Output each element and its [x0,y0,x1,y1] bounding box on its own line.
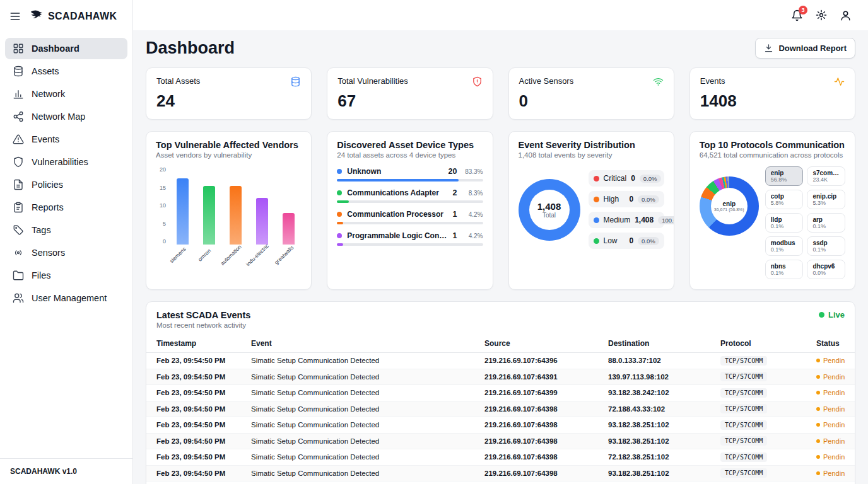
event-name: Simatic Setup Communication Detected [251,470,484,477]
events-table-header: TimestampEventSourceDestinationProtocolS… [146,335,855,353]
sidebar-nav: Dashboard Assets Network Network Map Eve… [0,33,132,458]
event-status: Pending [816,357,845,364]
topbar: 3 [133,0,868,30]
charts-row: Top Vulnerable Affected Vendors Asset ve… [146,131,855,290]
event-protocol-cell: TCP/S7COMM [720,468,816,478]
device-type-name: Unknown [347,167,443,176]
protocol-chip-value: 0.1% [771,270,798,276]
page-title: Dashboard [146,38,235,58]
settings-gear-icon[interactable] [816,9,827,21]
stat-label: Active Sensors [519,76,574,86]
sidebar-item-vulnerabilities[interactable]: Vulnerabilities [5,151,127,173]
event-timestamp: Feb 23, 09:54:50 PM [156,437,251,445]
protocol-badge: TCP/S7COMM [720,452,767,462]
severity-dot-icon [594,197,599,202]
event-name: Simatic Setup Communication Detected [251,453,484,461]
protocol-chip-value: 23.4K [812,176,840,183]
event-protocol-cell: TCP/S7COMM [720,372,816,381]
column-header: Timestamp [156,339,251,348]
signal-icon [13,247,24,258]
event-destination: 93.182.38.251:102 [608,421,720,429]
event-protocol-cell: TCP/S7COMM [720,420,816,430]
protocol-chip-s7comm[interactable]: s7comm… 23.4K [807,166,845,186]
event-source: 219.216.69.107:64398 [484,421,608,429]
protocol-badge: TCP/S7COMM [720,420,767,430]
severity-label: Low [604,236,625,245]
protocol-chip-dhcpv6[interactable]: dhcpv6 0.0% [807,260,845,279]
protocol-chip-cotp[interactable]: cotp 5.8% [765,190,804,209]
sidebar-item-policies[interactable]: Policies [5,174,127,195]
protocol-chip-arp[interactable]: arp 0.1% [807,213,845,233]
sidebar-item-events[interactable]: Events [5,129,127,150]
protocol-badge: TCP/S7COMM [720,404,767,413]
user-profile-icon[interactable] [840,9,852,21]
download-report-button[interactable]: Download Report [755,38,855,59]
table-row[interactable]: Feb 23, 09:54:50 PM Simatic Setup Commun… [146,369,855,386]
device-types-card: Discovered Asset Device Types 24 total a… [327,131,493,290]
table-row[interactable]: Feb 23, 09:54:50 PM Simatic Setup Commun… [146,434,855,450]
device-types-title: Discovered Asset Device Types [337,140,483,150]
device-type-row: Programmable Logic Controller (PLC) 1 4.… [337,231,483,246]
device-type-row: Communications Adapter 2 8.3% [337,188,483,203]
sidebar-item-network[interactable]: Network [5,83,127,105]
table-row[interactable]: Feb 23, 09:54:50 PM Simatic Setup Commun… [146,353,855,369]
sidebar-item-sensors[interactable]: Sensors [5,242,127,263]
bar-category-label: greatwalls [273,245,295,266]
status-dot-icon [816,455,820,459]
table-row[interactable]: Feb 23, 09:54:50 PM Simatic Setup Commun… [146,449,855,466]
event-name: Simatic Setup Communication Detected [251,373,484,381]
notifications-bell-icon[interactable]: 3 [791,9,803,21]
download-report-label: Download Report [778,43,847,53]
event-source: 219.216.69.107:64398 [484,405,608,413]
sidebar-item-network-map[interactable]: Network Map [5,106,127,127]
nodes-icon [13,111,24,122]
protocols-card: Top 10 Protocols Communication 64,521 to… [689,131,855,290]
sidebar-item-tags[interactable]: Tags [5,219,127,241]
severity-legend-item: Critical 0 0.0% [589,170,664,187]
device-type-count: 2 [453,188,457,197]
device-type-percent: 4.2% [462,233,483,239]
device-type-name: Communication Processor [347,210,447,219]
protocol-chip-enip[interactable]: enip 56.8% [765,166,804,186]
protocol-chip-lldp[interactable]: lldp 0.1% [765,213,804,233]
protocol-chip-enipcip[interactable]: enip.cip 5.3% [807,190,845,209]
table-row[interactable]: Feb 23, 09:54:50 PM Simatic Setup Commun… [146,481,855,484]
table-row[interactable]: Feb 23, 09:54:50 PM Simatic Setup Commun… [146,385,855,401]
sidebar-item-files[interactable]: Files [5,265,127,286]
protocol-chip-label: nbns [771,263,798,270]
protocols-center-title: enip [722,200,736,207]
event-name: Simatic Setup Communication Detected [251,405,484,413]
clipboard-icon [13,202,24,213]
events-title: Latest SCADA Events [156,310,250,320]
event-status: Pending [816,389,845,396]
event-source: 219.216.69.107:64398 [484,437,608,445]
status-dot-icon [816,375,820,379]
page-header: Dashboard Download Report [146,38,855,59]
event-timestamp: Feb 23, 09:54:50 PM [156,470,251,477]
menu-toggle-icon[interactable] [9,10,21,23]
protocol-chip-label: cotp [771,193,798,200]
bar-automation: automation [222,166,249,261]
table-row[interactable]: Feb 23, 09:54:50 PM Simatic Setup Commun… [146,401,855,418]
stat-value: 24 [156,91,301,111]
bar-category-label: siemens [168,246,187,264]
download-icon [764,43,773,53]
event-source: 219.216.69.107:64398 [484,470,608,477]
protocol-chip-nbns[interactable]: nbns 0.1% [765,260,804,279]
protocol-chip-modbus[interactable]: modbus 0.1% [765,236,804,256]
device-type-dot-icon [337,190,342,195]
severity-count: 0 [631,174,635,183]
device-type-row: Communication Processor 1 4.2% [337,210,483,224]
file-text-icon [13,179,24,190]
protocol-chip-ssdp[interactable]: ssdp 0.1% [807,236,845,256]
severity-dot-icon [594,217,599,223]
sidebar-item-user-management[interactable]: User Management [5,287,127,309]
sidebar-item-assets[interactable]: Assets [5,60,127,82]
sidebar-header: SCADAHAWK [0,0,132,33]
severity-label: High [604,195,625,204]
table-row[interactable]: Feb 23, 09:54:50 PM Simatic Setup Commun… [146,466,855,482]
sidebar-item-reports[interactable]: Reports [5,197,127,218]
protocol-chip-value: 5.8% [771,200,798,206]
table-row[interactable]: Feb 23, 09:54:50 PM Simatic Setup Commun… [146,417,855,434]
sidebar-item-dashboard[interactable]: Dashboard [5,38,127,59]
